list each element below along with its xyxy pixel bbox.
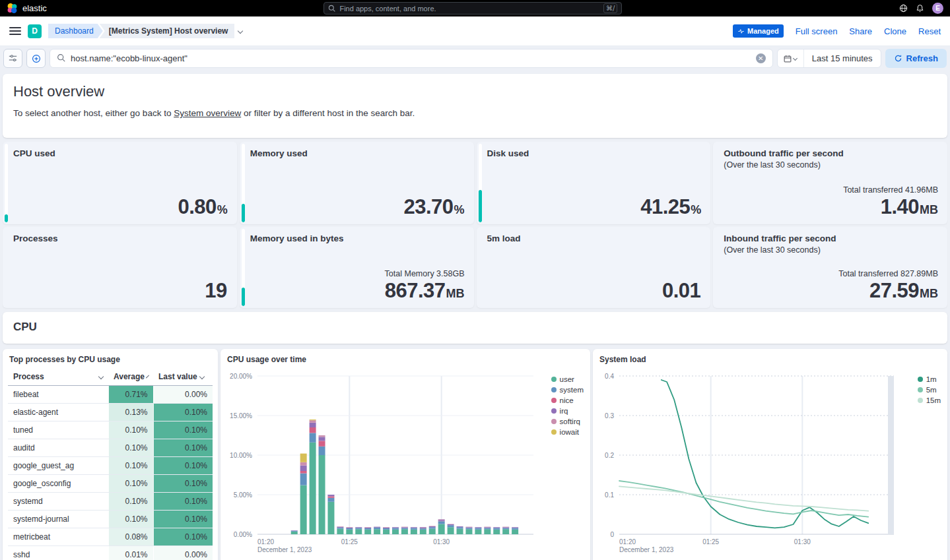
filter-bar: ✕ Last 15 minutes Refresh (0, 46, 950, 71)
progress-fill (479, 190, 482, 222)
chevron-down-icon (199, 374, 204, 379)
metric-unit: % (217, 203, 228, 217)
query-input[interactable] (71, 53, 751, 63)
legend-item-user[interactable]: user (551, 374, 584, 385)
section-title: CPU (13, 321, 937, 334)
last-value-cell: 0.10% (153, 474, 213, 492)
legend-item-15m[interactable]: 15m (918, 395, 941, 406)
legend-item-5m[interactable]: 5m (918, 385, 941, 395)
average-cell: 0.08% (108, 528, 153, 545)
metric-memory-used: Memory used 23.70% (240, 142, 474, 224)
metric-value: 0.80 (178, 195, 216, 219)
average-cell: 0.10% (108, 474, 153, 492)
legend-dot (551, 419, 557, 424)
sort-header-average[interactable]: Average (108, 368, 153, 385)
process-cell: google_osconfig (8, 474, 108, 492)
table-row: tuned0.10%0.10% (8, 421, 213, 439)
table-row: filebeat0.71%0.00% (8, 385, 213, 403)
menu-hamburger-icon[interactable] (9, 27, 21, 35)
average-cell: 0.71% (108, 385, 153, 403)
legend-item-nice[interactable]: nice (551, 395, 584, 406)
clone-button[interactable]: Clone (884, 26, 906, 36)
breadcrumb-current[interactable]: [Metrics System] Host overview (100, 24, 235, 38)
legend-label: iowait (560, 428, 579, 436)
full-screen-button[interactable]: Full screen (796, 26, 838, 36)
plus-circle-icon (32, 54, 41, 63)
svg-text:20.00%: 20.00% (230, 373, 252, 380)
average-cell: 0.01% (108, 545, 153, 560)
metric-disk-used: Disk used 41.25% (477, 142, 711, 224)
legend-label: 1m (926, 375, 937, 383)
metric-subtitle: (Over the last 30 seconds) (724, 245, 938, 255)
process-cell: metricbeat (8, 528, 108, 545)
table-row: systemd-journal0.10%0.10% (8, 510, 213, 528)
metric-row-2: Processes 19 Memory used in bytes Total … (3, 227, 947, 308)
metric-title: Memory used in bytes (250, 233, 465, 243)
sort-header-process[interactable]: Process (8, 368, 108, 385)
legend-label: irq (560, 407, 568, 415)
notifications-bell-icon[interactable] (916, 4, 924, 13)
legend-label: 5m (926, 386, 937, 394)
time-range-value[interactable]: Last 15 minutes (804, 49, 881, 67)
cpu-row: Top processes by CPU usage Process Avera… (3, 349, 947, 560)
breadcrumb-chevron-down-icon[interactable] (238, 29, 242, 33)
clear-query-icon[interactable]: ✕ (756, 53, 766, 63)
panel-title: System load (599, 355, 942, 364)
legend-dot (551, 387, 557, 392)
search-placeholder: Find apps, content, and more. (339, 5, 599, 13)
table-row: google_osconfig0.10%0.10% (8, 474, 213, 492)
metric-unit: % (691, 203, 701, 217)
global-search-input[interactable]: Find apps, content, and more. ⌘/ (323, 2, 622, 15)
host-overview-panel: Host overview To select another host, ei… (3, 74, 947, 138)
elastic-logo-icon[interactable] (7, 3, 18, 14)
filter-settings-button[interactable] (3, 49, 22, 68)
legend-item-softirq[interactable]: softirq (551, 416, 584, 427)
svg-text:December 1, 2023: December 1, 2023 (619, 546, 674, 553)
process-cell: elastic-agent (8, 403, 108, 421)
add-filter-button[interactable] (26, 49, 46, 68)
last-value-cell: 0.10% (153, 456, 213, 474)
progress-track (479, 144, 482, 222)
progress-track (5, 144, 8, 222)
metric-value: 0.01 (662, 279, 700, 303)
last-value-cell: 0.00% (153, 545, 213, 560)
reset-button[interactable]: Reset (918, 26, 941, 36)
sort-header-last-value[interactable]: Last value (153, 368, 213, 385)
refresh-button[interactable]: Refresh (885, 49, 947, 68)
svg-text:01:25: 01:25 (702, 538, 719, 545)
cpu-usage-chart[interactable]: 0.00%5.00%10.00%15.00%20.00%01:20Decembe… (226, 368, 536, 560)
legend-dot (918, 377, 923, 382)
system-overview-link[interactable]: System overview (174, 108, 241, 118)
legend-item-1m[interactable]: 1m (918, 374, 941, 385)
legend-item-iowait[interactable]: iowait (551, 427, 584, 437)
query-search-icon (57, 53, 65, 65)
process-cell: sshd (8, 545, 108, 560)
last-value-cell: 0.10% (153, 439, 213, 456)
legend-item-system[interactable]: system (551, 385, 584, 395)
refresh-icon (894, 54, 902, 63)
table-row: elastic-agent0.13%0.10% (8, 403, 213, 421)
table-row: systemd0.10%0.10% (8, 492, 213, 510)
user-avatar[interactable]: E (932, 3, 943, 14)
average-cell: 0.10% (108, 492, 153, 510)
last-value-cell: 0.10% (153, 492, 213, 510)
last-value-cell: 0.10% (153, 421, 213, 439)
progress-fill (242, 288, 245, 306)
average-cell: 0.13% (108, 403, 153, 421)
description-text-suffix: or filter by a different host in the sea… (241, 108, 415, 118)
breadcrumb: Dashboard [Metrics System] Host overview (48, 24, 242, 38)
metric-unit: MB (446, 287, 465, 301)
global-header: elastic Find apps, content, and more. ⌘/… (0, 0, 950, 16)
system-load-chart[interactable]: 00.10.20.30.401:20December 1, 202301:250… (598, 368, 900, 560)
calendar-icon (784, 55, 792, 63)
legend-item-irq[interactable]: irq (551, 406, 584, 416)
progress-track (242, 229, 245, 306)
svg-text:15.00%: 15.00% (230, 412, 252, 420)
calendar-button[interactable] (778, 49, 804, 67)
cpu-usage-legend: usersystemniceirqsoftirqiowait (551, 374, 584, 437)
breadcrumb-dashboard[interactable]: Dashboard (48, 24, 103, 38)
share-button[interactable]: Share (849, 26, 872, 36)
managed-badge[interactable]: Managed (733, 24, 784, 38)
globe-icon[interactable] (899, 4, 908, 13)
process-cell: auditd (8, 439, 108, 456)
